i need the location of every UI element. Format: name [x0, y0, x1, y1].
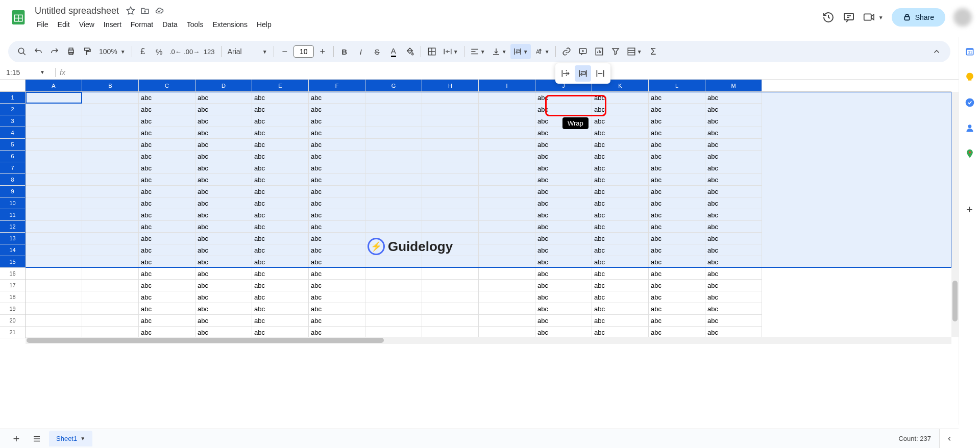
cell[interactable]: abc — [535, 162, 592, 174]
cell[interactable]: abc — [705, 127, 762, 139]
cell[interactable] — [422, 197, 479, 209]
selection-count[interactable]: Count: 237 — [898, 435, 931, 442]
cell[interactable]: abc — [592, 174, 649, 186]
cell[interactable]: abc — [139, 186, 195, 197]
cell[interactable]: abc — [309, 104, 365, 115]
cell[interactable]: abc — [139, 221, 195, 233]
chart-icon[interactable] — [592, 44, 607, 59]
cell[interactable] — [365, 174, 422, 186]
row-header-21[interactable]: 21 — [0, 327, 25, 338]
cell[interactable]: abc — [309, 280, 365, 291]
cell[interactable] — [26, 115, 82, 127]
cell[interactable]: abc — [649, 315, 705, 327]
overflow-option[interactable] — [557, 65, 574, 82]
cell[interactable] — [26, 327, 82, 337]
cell[interactable] — [365, 221, 422, 233]
menu-view[interactable]: View — [75, 18, 99, 31]
star-icon[interactable] — [126, 6, 135, 15]
cell[interactable]: abc — [535, 104, 592, 115]
meet-icon[interactable]: ▼ — [863, 11, 884, 23]
cell[interactable]: abc — [592, 315, 649, 327]
cell[interactable]: abc — [252, 139, 309, 151]
history-icon[interactable] — [822, 11, 835, 23]
col-header-I[interactable]: I — [479, 80, 535, 91]
row-header-15[interactable]: 15 — [0, 256, 25, 268]
cell[interactable]: abc — [535, 303, 592, 315]
bold-icon[interactable]: B — [337, 44, 352, 59]
cell[interactable]: abc — [252, 127, 309, 139]
cell[interactable]: abc — [195, 221, 252, 233]
cell[interactable] — [26, 127, 82, 139]
cell[interactable] — [422, 151, 479, 162]
cell[interactable] — [422, 162, 479, 174]
cell[interactable]: abc — [195, 139, 252, 151]
cell[interactable] — [82, 104, 139, 115]
all-sheets-icon[interactable] — [29, 431, 45, 447]
cell[interactable] — [422, 233, 479, 244]
paint-format-icon[interactable] — [80, 44, 95, 59]
valign-icon[interactable]: ▼ — [489, 44, 509, 59]
cell[interactable]: abc — [705, 221, 762, 233]
redo-icon[interactable] — [47, 44, 62, 59]
row-header-11[interactable]: 11 — [0, 209, 25, 221]
cell[interactable]: abc — [309, 221, 365, 233]
cell[interactable]: abc — [592, 209, 649, 221]
cell[interactable] — [26, 303, 82, 315]
cell[interactable]: abc — [705, 280, 762, 291]
cell[interactable]: abc — [195, 233, 252, 244]
cell[interactable]: abc — [592, 244, 649, 256]
cell[interactable]: abc — [535, 327, 592, 337]
cell[interactable]: abc — [649, 327, 705, 337]
cell[interactable] — [365, 303, 422, 315]
avatar[interactable] — [953, 8, 972, 27]
cell[interactable]: abc — [195, 291, 252, 303]
cell[interactable]: abc — [139, 127, 195, 139]
cell[interactable] — [479, 186, 535, 197]
cell[interactable] — [422, 221, 479, 233]
text-color-icon[interactable]: A — [386, 44, 401, 59]
cell[interactable] — [26, 139, 82, 151]
cell[interactable]: abc — [649, 127, 705, 139]
contacts-icon[interactable] — [964, 122, 975, 134]
cell[interactable] — [82, 291, 139, 303]
cell[interactable]: abc — [309, 327, 365, 337]
insert-comment-icon[interactable] — [575, 44, 591, 59]
font-size-input[interactable]: 10 — [293, 45, 314, 58]
cell[interactable] — [82, 139, 139, 151]
font-size-plus[interactable]: + — [315, 44, 330, 59]
cell[interactable]: abc — [592, 256, 649, 268]
cell[interactable] — [26, 92, 82, 104]
cell[interactable]: abc — [535, 268, 592, 280]
cell[interactable]: abc — [592, 303, 649, 315]
halign-icon[interactable]: ▼ — [468, 44, 488, 59]
cell[interactable] — [26, 244, 82, 256]
cell[interactable] — [26, 291, 82, 303]
cell[interactable]: abc — [705, 256, 762, 268]
cell[interactable] — [365, 327, 422, 337]
move-icon[interactable] — [140, 6, 150, 15]
col-header-C[interactable]: C — [139, 80, 195, 91]
cell[interactable] — [479, 303, 535, 315]
cell[interactable] — [479, 244, 535, 256]
cell[interactable]: abc — [649, 151, 705, 162]
filter-icon[interactable] — [608, 44, 623, 59]
cell[interactable] — [479, 291, 535, 303]
cell[interactable]: abc — [705, 115, 762, 127]
cell[interactable]: abc — [535, 92, 592, 104]
menu-file[interactable]: File — [33, 18, 53, 31]
row-header-4[interactable]: 4 — [0, 127, 25, 139]
cell[interactable]: abc — [195, 244, 252, 256]
cell[interactable]: abc — [252, 303, 309, 315]
cell[interactable]: abc — [309, 115, 365, 127]
cell[interactable] — [422, 315, 479, 327]
cell[interactable]: abc — [139, 104, 195, 115]
clip-option[interactable] — [592, 65, 608, 82]
cell[interactable]: abc — [705, 92, 762, 104]
cell[interactable] — [479, 151, 535, 162]
cell[interactable] — [422, 303, 479, 315]
cell[interactable]: abc — [649, 280, 705, 291]
cell[interactable]: abc — [252, 315, 309, 327]
cell[interactable]: abc — [592, 233, 649, 244]
cell[interactable] — [82, 327, 139, 337]
cell[interactable]: abc — [252, 291, 309, 303]
